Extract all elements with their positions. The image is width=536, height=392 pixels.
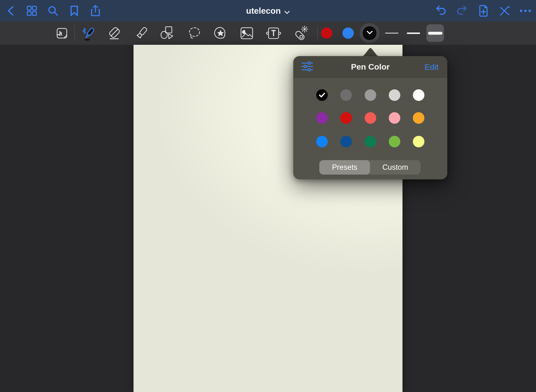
color-swatch-f6a727[interactable] bbox=[413, 112, 424, 124]
highlighter-icon bbox=[134, 26, 149, 41]
top-navigation-bar: utelecon bbox=[0, 0, 536, 21]
stroke-width-thin-line bbox=[385, 33, 398, 33]
sliders-icon bbox=[301, 61, 314, 73]
popover-arrow bbox=[361, 47, 380, 56]
color-swatch-0f82f5[interactable] bbox=[316, 136, 328, 147]
color-swatch-6e6e6e[interactable] bbox=[340, 89, 352, 101]
segment-presets[interactable]: Presets bbox=[319, 160, 370, 175]
popover-header: Pen Color Edit bbox=[293, 56, 447, 78]
quick-color-blue-button[interactable] bbox=[342, 27, 354, 39]
eraser-icon bbox=[107, 26, 122, 40]
palette-row bbox=[316, 112, 424, 124]
presets-custom-segmented-control: PresetsCustom bbox=[319, 160, 421, 175]
stylus-mode-button[interactable] bbox=[498, 4, 511, 18]
color-swatch-ffffff[interactable] bbox=[413, 89, 424, 101]
pen-bluetooth-icon bbox=[80, 25, 96, 41]
toolbar-separator bbox=[74, 26, 75, 40]
shapes-icon bbox=[160, 26, 175, 41]
stroke-width-medium-button[interactable] bbox=[405, 24, 422, 42]
redo-icon bbox=[456, 6, 468, 16]
stroke-width-thick-button[interactable] bbox=[426, 24, 444, 42]
add-page-icon bbox=[479, 5, 488, 17]
color-swatch-d5d5d3[interactable] bbox=[389, 89, 400, 101]
highlighter-tool[interactable] bbox=[132, 21, 151, 45]
toolbar-separator bbox=[317, 26, 318, 40]
palette-row bbox=[316, 89, 424, 101]
stickers-tool[interactable] bbox=[211, 21, 230, 45]
segment-custom[interactable]: Custom bbox=[370, 160, 421, 175]
zoom-window-icon: a bbox=[54, 27, 68, 39]
sticker-star-icon bbox=[213, 26, 228, 41]
image-icon bbox=[240, 26, 254, 40]
color-swatch-000000[interactable] bbox=[316, 89, 328, 101]
color-swatch-f9a6ae[interactable] bbox=[389, 112, 400, 124]
pen-color-popover: Pen Color Edit PresetsCustom bbox=[293, 56, 447, 179]
text-icon bbox=[266, 26, 281, 40]
pen-tool[interactable] bbox=[78, 21, 98, 45]
lasso-tool[interactable] bbox=[185, 21, 204, 45]
undo-button[interactable] bbox=[434, 4, 448, 18]
shapes-tool[interactable] bbox=[158, 21, 177, 45]
quick-color-red-button[interactable] bbox=[321, 27, 332, 39]
color-swatch-f4f987[interactable] bbox=[413, 136, 424, 147]
svg-text:a: a bbox=[59, 30, 62, 37]
app-window: utelecon bbox=[0, 0, 536, 392]
color-swatch-8d2ba6[interactable] bbox=[316, 112, 328, 124]
color-swatch-9b9b9b[interactable] bbox=[365, 89, 376, 101]
stroke-width-thick-line bbox=[428, 32, 442, 35]
popover-title: Pen Color bbox=[293, 62, 447, 72]
ellipsis-icon bbox=[520, 9, 531, 12]
color-swatch-0d7c55[interactable] bbox=[365, 136, 376, 147]
current-color-swatch bbox=[363, 26, 376, 40]
color-swatch-0d4f94[interactable] bbox=[340, 136, 352, 147]
zoom-window-tool[interactable]: a bbox=[51, 21, 71, 45]
checkmark-icon bbox=[319, 92, 325, 98]
laser-pointer-icon bbox=[293, 26, 308, 41]
lasso-icon bbox=[187, 26, 202, 41]
color-swatch-d5100d[interactable] bbox=[340, 112, 352, 124]
undo-icon bbox=[435, 6, 447, 16]
edit-colors-button[interactable]: Edit bbox=[424, 56, 439, 78]
tools-toolbar: a bbox=[0, 21, 536, 45]
more-button[interactable] bbox=[519, 4, 532, 18]
text-tool[interactable] bbox=[264, 21, 283, 45]
stylus-crossed-icon bbox=[499, 6, 510, 16]
document-title: utelecon bbox=[246, 6, 281, 16]
color-swatch-77bb41[interactable] bbox=[389, 136, 400, 147]
add-page-button[interactable] bbox=[477, 4, 490, 18]
eraser-tool[interactable] bbox=[105, 21, 124, 45]
stroke-width-thin-button[interactable] bbox=[383, 24, 401, 42]
current-color-black-button[interactable] bbox=[360, 23, 380, 43]
palette-row bbox=[316, 136, 424, 147]
stroke-width-medium-line bbox=[407, 33, 420, 34]
image-tool[interactable] bbox=[237, 21, 256, 45]
redo-button[interactable] bbox=[455, 4, 469, 18]
laser-pointer-tool[interactable] bbox=[291, 21, 310, 45]
pen-settings-button[interactable] bbox=[301, 60, 314, 74]
color-swatch-f25c56[interactable] bbox=[365, 112, 376, 124]
chevron-down-icon bbox=[367, 31, 373, 36]
title-chevron-down-icon bbox=[284, 7, 290, 16]
